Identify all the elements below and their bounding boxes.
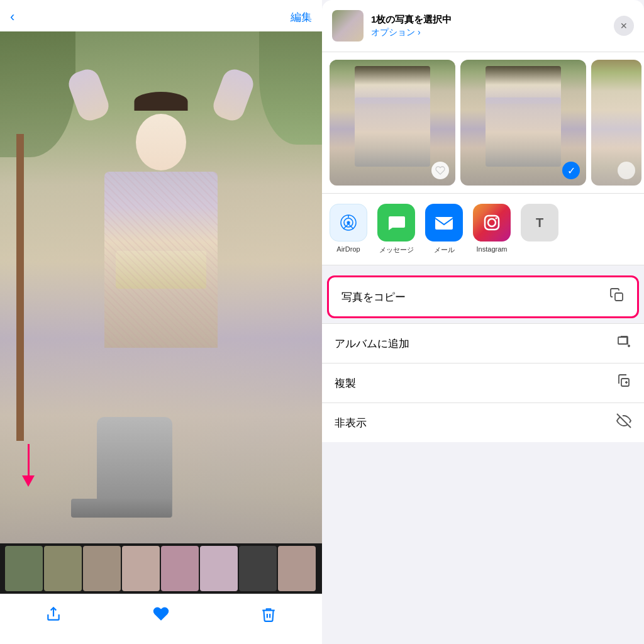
right-panel: 1枚の写真を選択中 オプション › ✕ xyxy=(322,0,644,644)
arrow-indicator xyxy=(22,444,35,487)
share-title: 1枚の写真を選択中 xyxy=(371,14,606,26)
film-cell-1[interactable] xyxy=(5,546,43,591)
more-app-icon: T xyxy=(521,204,558,242)
add-album-label: アルバムに追加 xyxy=(335,336,409,351)
main-photo-view xyxy=(0,31,322,543)
messages-app-icon xyxy=(377,204,415,242)
film-cell-4[interactable] xyxy=(122,546,160,591)
share-button[interactable] xyxy=(45,606,62,626)
photo-partial-icon xyxy=(618,162,635,179)
left-panel: ‹ 編集 xyxy=(0,0,322,644)
svg-rect-8 xyxy=(615,293,623,301)
film-cell-3[interactable] xyxy=(83,546,121,591)
film-cell-2[interactable] xyxy=(44,546,82,591)
duplicate-icon xyxy=(616,374,631,392)
hide-action[interactable]: 非表示 xyxy=(322,402,644,442)
copy-photo-action[interactable]: 写真をコピー xyxy=(327,275,639,318)
instagram-label: Instagram xyxy=(477,245,508,253)
mail-app-item[interactable]: メール xyxy=(425,204,463,255)
add-album-action[interactable]: アルバムに追加 xyxy=(322,323,644,363)
photo-background xyxy=(0,31,322,543)
copy-photo-icon xyxy=(609,287,625,306)
svg-rect-4 xyxy=(435,217,453,230)
copy-photo-label: 写真をコピー xyxy=(341,290,406,304)
share-header: 1枚の写真を選択中 オプション › ✕ xyxy=(322,0,644,52)
strip-photo-2[interactable]: ✓ xyxy=(460,60,586,186)
mail-app-icon xyxy=(425,204,463,242)
photo-check-icon: ✓ xyxy=(562,162,580,179)
airdrop-label: AirDrop xyxy=(336,245,360,253)
strip-photo-1[interactable] xyxy=(330,60,455,186)
share-sheet: 1枚の写真を選択中 オプション › ✕ xyxy=(322,0,644,644)
share-thumbnail xyxy=(332,10,364,42)
delete-button[interactable] xyxy=(260,606,277,626)
film-cell-7[interactable] xyxy=(239,546,277,591)
share-options-link[interactable]: オプション › xyxy=(371,27,606,38)
instagram-app-item[interactable]: Instagram xyxy=(473,204,511,255)
add-album-icon xyxy=(616,334,631,353)
apps-row: AirDrop メッセージ メール xyxy=(322,194,644,265)
messages-label: メッセージ xyxy=(379,245,414,255)
film-cell-8[interactable] xyxy=(278,546,316,591)
svg-point-7 xyxy=(496,218,497,219)
airdrop-app-item[interactable]: AirDrop xyxy=(330,204,367,255)
hide-icon xyxy=(616,413,631,432)
instagram-app-icon xyxy=(473,204,511,242)
more-app-item[interactable]: T xyxy=(521,204,558,255)
photo-heart-icon xyxy=(431,162,449,179)
duplicate-action[interactable]: 複製 xyxy=(322,363,644,402)
airdrop-app-icon xyxy=(330,204,367,242)
hide-label: 非表示 xyxy=(335,416,367,430)
duplicate-label: 複製 xyxy=(335,376,356,391)
edit-button[interactable]: 編集 xyxy=(291,10,312,25)
bottom-toolbar xyxy=(0,594,322,644)
heart-button[interactable] xyxy=(152,605,170,627)
messages-app-item[interactable]: メッセージ xyxy=(377,204,415,255)
share-title-area: 1枚の写真を選択中 オプション › xyxy=(371,14,606,38)
strip-photo-3[interactable] xyxy=(591,60,641,186)
close-button[interactable]: ✕ xyxy=(614,16,634,36)
action-list: 写真をコピー アルバムに追加 xyxy=(322,265,644,644)
svg-point-6 xyxy=(488,219,496,226)
film-cell-6[interactable] xyxy=(200,546,238,591)
mail-label: メール xyxy=(434,245,455,255)
photo-strip: ✓ xyxy=(322,52,644,194)
svg-rect-9 xyxy=(618,337,627,344)
back-button[interactable]: ‹ xyxy=(10,9,14,25)
filmstrip xyxy=(0,543,322,594)
film-cell-5[interactable] xyxy=(161,546,199,591)
left-nav: ‹ 編集 xyxy=(0,0,322,31)
svg-point-3 xyxy=(347,221,350,225)
back-chevron-icon: ‹ xyxy=(10,9,14,25)
